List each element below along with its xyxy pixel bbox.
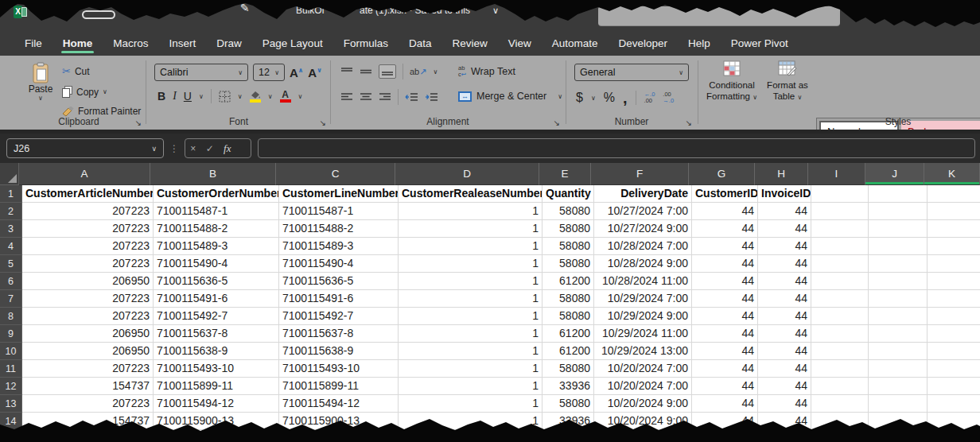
cell-C3[interactable]: 7100115488-2: [279, 220, 399, 238]
row-header-7[interactable]: 7: [0, 290, 22, 308]
cell-F13[interactable]: 10/20/2024 9:00: [594, 395, 692, 413]
row-header-1[interactable]: 1: [0, 185, 22, 203]
cell-C12[interactable]: 7100115899-11: [279, 378, 399, 395]
cell-D9[interactable]: 1: [399, 325, 542, 343]
cell-C11[interactable]: 7100115493-10: [279, 360, 399, 378]
cell-I4[interactable]: [811, 238, 869, 255]
cell-F8[interactable]: 10/29/2024 9:00: [594, 308, 692, 325]
cell-K9[interactable]: [928, 325, 980, 343]
cell-E9[interactable]: 61200: [542, 325, 594, 343]
excel-app-icon[interactable]: X: [14, 6, 27, 18]
cell-H3[interactable]: 44: [758, 220, 811, 238]
cell-A12[interactable]: 154737: [22, 378, 154, 395]
font-color-button[interactable]: A: [280, 91, 291, 103]
cell-G10[interactable]: 44: [692, 343, 758, 360]
cell-C7[interactable]: 7100115491-6: [279, 290, 399, 308]
tab-insert[interactable]: Insert: [159, 32, 207, 56]
cell-K8[interactable]: [928, 308, 980, 325]
increase-indent-button[interactable]: [425, 92, 438, 102]
percent-format-button[interactable]: %: [604, 91, 615, 105]
cell-D2[interactable]: 1: [399, 203, 542, 220]
italic-button[interactable]: I: [173, 90, 177, 103]
cell-E2[interactable]: 58080: [542, 203, 594, 220]
copy-button[interactable]: Copy ∨: [62, 86, 107, 98]
cell-I6[interactable]: [811, 273, 869, 290]
cell-J14[interactable]: [869, 413, 928, 430]
cell-E4[interactable]: 58080: [542, 238, 594, 255]
cell-K14[interactable]: [928, 413, 980, 430]
column-header-D[interactable]: D: [395, 163, 539, 185]
cell-J3[interactable]: [869, 220, 928, 238]
select-all-corner[interactable]: [0, 163, 19, 185]
fill-color-button[interactable]: [250, 91, 261, 103]
currency-dropdown-icon[interactable]: ∨: [591, 95, 596, 102]
cell-C1[interactable]: CustomerLineNumber: [279, 185, 399, 203]
cell-I12[interactable]: [811, 378, 869, 395]
cell-E7[interactable]: 58080: [542, 290, 594, 308]
cell-B8[interactable]: 7100115492-7: [154, 308, 279, 325]
cell-D11[interactable]: 1: [399, 360, 542, 378]
cell-H11[interactable]: 44: [758, 360, 811, 378]
row-header-3[interactable]: 3: [0, 220, 22, 238]
cell-J5[interactable]: [869, 255, 928, 273]
tab-review[interactable]: Review: [441, 32, 497, 56]
cell-C14[interactable]: 7100115900-13: [279, 413, 399, 430]
cell-I5[interactable]: [811, 255, 869, 273]
conditional-formatting-button[interactable]: Conditional Formatting ∨: [703, 60, 760, 103]
cell-A8[interactable]: 207223: [22, 308, 154, 325]
borders-dropdown-icon[interactable]: ∨: [238, 93, 243, 100]
cell-I11[interactable]: [811, 360, 869, 378]
cell-E3[interactable]: 58080: [542, 220, 594, 238]
cell-C13[interactable]: 7100115494-12: [279, 395, 399, 413]
cell-D10[interactable]: 1: [399, 343, 542, 360]
cell-G1[interactable]: CustomerID: [692, 185, 758, 203]
cell-A2[interactable]: 207223: [22, 203, 154, 220]
column-header-I[interactable]: I: [808, 163, 865, 185]
cell-D1[interactable]: CustomerRealeaseNumber: [399, 185, 542, 203]
cell-H8[interactable]: 44: [758, 308, 811, 325]
tab-draw[interactable]: Draw: [206, 32, 252, 56]
cell-G3[interactable]: 44: [692, 220, 758, 238]
cell-H14[interactable]: 44: [758, 413, 811, 430]
cell-J2[interactable]: [869, 203, 928, 220]
row-header-9[interactable]: 9: [0, 325, 22, 343]
tab-help[interactable]: Help: [678, 32, 721, 56]
cell-B6[interactable]: 7100115636-5: [154, 273, 279, 290]
cell-H7[interactable]: 44: [758, 290, 811, 308]
cell-K5[interactable]: [928, 255, 980, 273]
font-name-combo[interactable]: Calibri∨: [154, 64, 248, 81]
cell-E13[interactable]: 58080: [542, 395, 594, 413]
cell-A3[interactable]: 207223: [22, 220, 154, 238]
cell-I7[interactable]: [811, 290, 869, 308]
search-box-fragment[interactable]: [598, 6, 840, 25]
cell-B10[interactable]: 7100115638-9: [154, 343, 279, 360]
cell-F14[interactable]: 10/20/2024 9:00: [594, 413, 692, 430]
cell-D4[interactable]: 1: [399, 238, 542, 255]
column-header-H[interactable]: H: [755, 163, 808, 185]
row-header-13[interactable]: 13: [0, 395, 22, 413]
number-format-combo[interactable]: General∨: [574, 64, 689, 81]
align-center-button[interactable]: [360, 92, 372, 102]
cell-F1[interactable]: DeliveryDate: [594, 185, 692, 203]
column-header-J[interactable]: J: [865, 163, 924, 185]
row-header-14[interactable]: 14: [0, 413, 22, 430]
align-right-button[interactable]: [379, 92, 391, 102]
cell-G13[interactable]: 44: [692, 395, 758, 413]
tab-formulas[interactable]: Formulas: [333, 32, 399, 56]
font-size-combo[interactable]: 12∨: [253, 64, 285, 81]
cell-K12[interactable]: [928, 378, 980, 395]
cell-B9[interactable]: 7100115637-8: [154, 325, 279, 343]
cell-D7[interactable]: 1: [399, 290, 542, 308]
cell-I10[interactable]: [811, 343, 869, 360]
tab-view[interactable]: View: [498, 32, 542, 56]
cell-E8[interactable]: 58080: [542, 308, 594, 325]
column-header-K[interactable]: K: [924, 163, 980, 185]
formula-input[interactable]: [258, 138, 975, 158]
borders-button[interactable]: [219, 91, 231, 103]
row-header-2[interactable]: 2: [0, 203, 22, 220]
cell-J7[interactable]: [869, 290, 928, 308]
cell-H9[interactable]: 44: [758, 325, 811, 343]
cell-G2[interactable]: 44: [692, 203, 758, 220]
cell-I1[interactable]: [811, 185, 869, 203]
cell-G7[interactable]: 44: [692, 290, 758, 308]
